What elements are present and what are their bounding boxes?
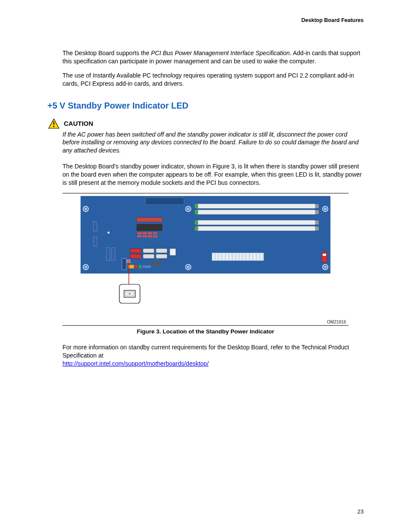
svg-rect-35: [137, 224, 162, 231]
support-link[interactable]: http://support.intel.com/support/motherb…: [62, 360, 209, 367]
svg-rect-30: [93, 237, 97, 246]
svg-rect-32: [112, 248, 115, 261]
closing-paragraph: For more information on standby current …: [62, 343, 364, 368]
svg-point-8: [187, 208, 189, 210]
svg-rect-51: [152, 261, 161, 265]
svg-rect-23: [197, 220, 315, 225]
svg-rect-55: [143, 266, 145, 268]
svg-rect-58: [122, 258, 126, 270]
svg-rect-37: [143, 232, 147, 234]
svg-rect-34: [137, 218, 162, 222]
svg-point-2: [53, 126, 55, 127]
page-number: 23: [358, 508, 364, 515]
svg-rect-4: [145, 198, 184, 205]
svg-rect-56: [146, 266, 148, 268]
paragraph-2: The use of Instantly Available PC techno…: [62, 72, 364, 88]
caution-header: CAUTION: [47, 118, 364, 129]
closing-text: For more information on standby current …: [62, 344, 349, 359]
svg-rect-29: [93, 222, 97, 231]
svg-point-16: [324, 266, 326, 268]
svg-rect-59: [127, 260, 130, 263]
svg-rect-60: [212, 253, 264, 261]
svg-rect-45: [130, 254, 141, 258]
svg-rect-44: [130, 249, 141, 253]
svg-point-81: [129, 293, 131, 295]
svg-point-33: [108, 231, 110, 233]
section-heading: +5 V Standby Power Indicator LED: [47, 101, 364, 111]
svg-point-12: [85, 266, 87, 268]
svg-rect-41: [143, 235, 147, 237]
paragraph-1: The Desktop Board supports the PCI Bus P…: [62, 49, 364, 65]
svg-rect-24: [195, 221, 198, 224]
svg-rect-40: [137, 235, 142, 237]
svg-rect-76: [323, 254, 326, 256]
svg-rect-47: [143, 254, 154, 258]
caution-text: If the AC power has been switched off an…: [62, 131, 364, 155]
figure-caption: Figure 3. Location of the Standby Power …: [47, 328, 364, 335]
svg-rect-25: [315, 221, 319, 224]
svg-rect-19: [315, 204, 319, 208]
svg-rect-17: [197, 204, 315, 208]
svg-rect-53: [135, 265, 138, 268]
figure-container: OM21916: [62, 193, 349, 326]
svg-rect-39: [153, 232, 157, 234]
svg-rect-27: [195, 227, 198, 230]
header-section-title: Desktop Board Features: [47, 17, 364, 23]
svg-rect-75: [322, 252, 327, 262]
svg-rect-43: [153, 235, 157, 237]
svg-rect-18: [195, 204, 198, 208]
svg-rect-50: [170, 249, 176, 255]
svg-rect-49: [156, 254, 167, 258]
svg-point-10: [324, 208, 326, 210]
p1-spec-name: PCI Bus Power Management Interface Speci…: [151, 50, 290, 56]
svg-point-14: [187, 266, 189, 268]
svg-rect-48: [156, 249, 167, 253]
figure-reference-id: OM21916: [62, 320, 349, 324]
svg-rect-36: [137, 232, 142, 234]
svg-rect-22: [315, 210, 319, 214]
svg-rect-54: [139, 265, 142, 268]
svg-rect-46: [143, 249, 154, 253]
svg-rect-57: [149, 266, 150, 268]
svg-rect-38: [148, 232, 152, 234]
caution-label: CAUTION: [64, 120, 93, 127]
svg-rect-31: [106, 248, 110, 261]
svg-rect-21: [195, 210, 198, 214]
svg-rect-42: [148, 235, 152, 237]
paragraph-3: The Desktop Board's standby power indica…: [62, 162, 364, 187]
p1-text-a: The Desktop Board supports the: [62, 50, 151, 56]
svg-rect-26: [197, 226, 315, 231]
svg-point-6: [85, 208, 87, 210]
board-illustration: [62, 196, 349, 318]
caution-icon: [48, 118, 59, 129]
svg-rect-20: [197, 210, 315, 215]
svg-rect-28: [315, 227, 319, 230]
